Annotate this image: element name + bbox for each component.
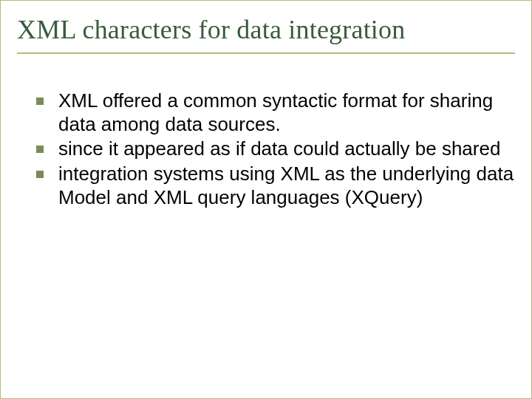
title-container: XML characters for data integration: [17, 14, 515, 54]
slide: XML characters for data integration XML …: [0, 0, 532, 399]
list-item: integration systems using XML as the und…: [27, 163, 515, 209]
list-item: XML offered a common syntactic format fo…: [27, 89, 515, 136]
slide-title: XML characters for data integration: [17, 14, 515, 45]
bullet-list: XML offered a common syntactic format fo…: [17, 89, 515, 210]
list-item: since it appeared as if data could actua…: [27, 137, 515, 161]
